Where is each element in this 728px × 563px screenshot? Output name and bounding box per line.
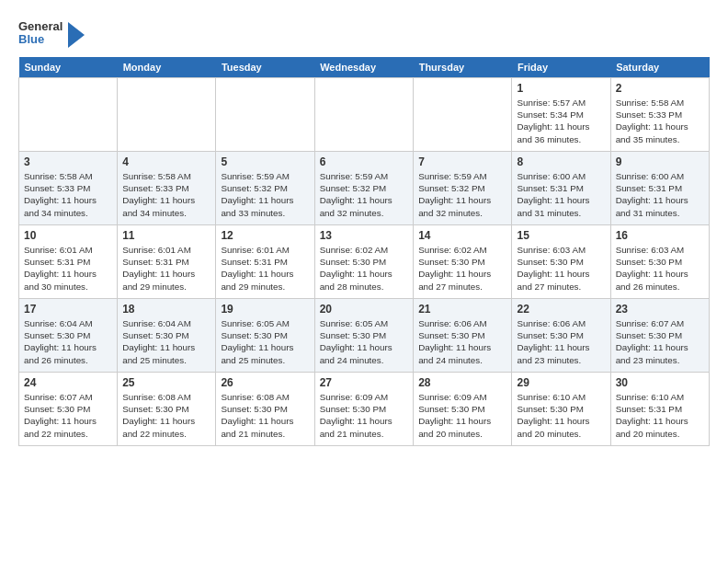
day-number: 5 (221, 155, 309, 168)
calendar-cell: 5Sunrise: 5:59 AM Sunset: 5:32 PM Daylig… (216, 152, 314, 225)
day-number: 15 (517, 229, 605, 242)
calendar-cell: 7Sunrise: 5:59 AM Sunset: 5:32 PM Daylig… (414, 152, 512, 225)
day-info: Sunrise: 6:01 AM Sunset: 5:31 PM Dayligh… (24, 244, 112, 293)
day-info: Sunrise: 6:09 AM Sunset: 5:30 PM Dayligh… (320, 391, 409, 440)
day-number: 23 (616, 303, 704, 316)
calendar-cell: 10Sunrise: 6:01 AM Sunset: 5:31 PM Dayli… (19, 225, 118, 299)
day-info: Sunrise: 6:05 AM Sunset: 5:30 PM Dayligh… (320, 317, 409, 366)
day-info: Sunrise: 6:03 AM Sunset: 5:30 PM Dayligh… (616, 244, 704, 293)
day-number: 20 (320, 303, 409, 316)
calendar-cell: 11Sunrise: 6:01 AM Sunset: 5:31 PM Dayli… (118, 225, 216, 299)
page-header: General Blue (18, 18, 710, 48)
day-info: Sunrise: 5:57 AM Sunset: 5:34 PM Dayligh… (517, 97, 605, 145)
calendar-header-friday: Friday (512, 57, 610, 78)
calendar-cell (19, 78, 118, 152)
calendar-header-saturday: Saturday (610, 57, 709, 78)
calendar-week-row: 10Sunrise: 6:01 AM Sunset: 5:31 PM Dayli… (19, 225, 710, 299)
day-number: 6 (320, 155, 409, 168)
day-number: 2 (616, 82, 704, 95)
day-number: 14 (418, 229, 506, 242)
day-number: 26 (221, 376, 309, 389)
day-number: 11 (122, 229, 210, 242)
calendar-cell: 17Sunrise: 6:04 AM Sunset: 5:30 PM Dayli… (19, 299, 118, 373)
calendar-header-sunday: Sunday (19, 57, 118, 78)
day-info: Sunrise: 5:58 AM Sunset: 5:33 PM Dayligh… (122, 170, 210, 219)
calendar-cell (216, 78, 314, 152)
calendar-cell: 14Sunrise: 6:02 AM Sunset: 5:30 PM Dayli… (414, 225, 512, 299)
day-number: 12 (221, 229, 309, 242)
day-number: 21 (418, 303, 506, 316)
calendar-cell: 6Sunrise: 5:59 AM Sunset: 5:32 PM Daylig… (314, 152, 414, 225)
day-number: 22 (517, 303, 605, 316)
logo-blue: Blue (18, 33, 63, 46)
calendar-table: SundayMondayTuesdayWednesdayThursdayFrid… (18, 57, 710, 446)
calendar-cell: 30Sunrise: 6:10 AM Sunset: 5:31 PM Dayli… (610, 373, 709, 446)
day-info: Sunrise: 6:08 AM Sunset: 5:30 PM Dayligh… (122, 391, 210, 440)
logo-general: General (18, 20, 63, 33)
calendar-week-row: 24Sunrise: 6:07 AM Sunset: 5:30 PM Dayli… (19, 373, 710, 446)
day-info: Sunrise: 5:59 AM Sunset: 5:32 PM Dayligh… (320, 170, 409, 219)
day-info: Sunrise: 6:02 AM Sunset: 5:30 PM Dayligh… (320, 244, 409, 293)
calendar-cell: 23Sunrise: 6:07 AM Sunset: 5:30 PM Dayli… (610, 299, 709, 373)
calendar-cell: 25Sunrise: 6:08 AM Sunset: 5:30 PM Dayli… (118, 373, 216, 446)
day-info: Sunrise: 6:08 AM Sunset: 5:30 PM Dayligh… (221, 391, 309, 440)
day-number: 18 (122, 303, 210, 316)
calendar-cell: 16Sunrise: 6:03 AM Sunset: 5:30 PM Dayli… (610, 225, 709, 299)
calendar-header-tuesday: Tuesday (216, 57, 314, 78)
day-info: Sunrise: 6:10 AM Sunset: 5:30 PM Dayligh… (517, 391, 605, 440)
calendar-cell: 18Sunrise: 6:04 AM Sunset: 5:30 PM Dayli… (118, 299, 216, 373)
day-number: 27 (320, 376, 409, 389)
calendar-cell: 12Sunrise: 6:01 AM Sunset: 5:31 PM Dayli… (216, 225, 314, 299)
day-number: 16 (616, 229, 704, 242)
day-number: 7 (418, 155, 506, 168)
calendar-cell: 9Sunrise: 6:00 AM Sunset: 5:31 PM Daylig… (610, 152, 709, 225)
day-info: Sunrise: 6:03 AM Sunset: 5:30 PM Dayligh… (517, 244, 605, 293)
calendar-cell: 3Sunrise: 5:58 AM Sunset: 5:33 PM Daylig… (19, 152, 118, 225)
calendar-cell: 27Sunrise: 6:09 AM Sunset: 5:30 PM Dayli… (314, 373, 414, 446)
day-info: Sunrise: 6:07 AM Sunset: 5:30 PM Dayligh… (616, 317, 704, 366)
day-info: Sunrise: 5:59 AM Sunset: 5:32 PM Dayligh… (221, 170, 309, 219)
calendar-cell: 15Sunrise: 6:03 AM Sunset: 5:30 PM Dayli… (512, 225, 610, 299)
calendar-cell: 8Sunrise: 6:00 AM Sunset: 5:31 PM Daylig… (512, 152, 610, 225)
calendar-header-monday: Monday (118, 57, 216, 78)
calendar-cell: 19Sunrise: 6:05 AM Sunset: 5:30 PM Dayli… (216, 299, 314, 373)
day-number: 3 (24, 155, 112, 168)
day-info: Sunrise: 6:10 AM Sunset: 5:31 PM Dayligh… (616, 391, 704, 440)
day-info: Sunrise: 6:02 AM Sunset: 5:30 PM Dayligh… (418, 244, 506, 293)
calendar-cell (414, 78, 512, 152)
day-info: Sunrise: 6:05 AM Sunset: 5:30 PM Dayligh… (221, 317, 309, 366)
day-info: Sunrise: 6:04 AM Sunset: 5:30 PM Dayligh… (122, 317, 210, 366)
day-info: Sunrise: 6:01 AM Sunset: 5:31 PM Dayligh… (221, 244, 309, 293)
calendar-cell: 28Sunrise: 6:09 AM Sunset: 5:30 PM Dayli… (414, 373, 512, 446)
calendar-header-thursday: Thursday (414, 57, 512, 78)
day-info: Sunrise: 6:01 AM Sunset: 5:31 PM Dayligh… (122, 244, 210, 293)
calendar-cell: 22Sunrise: 6:06 AM Sunset: 5:30 PM Dayli… (512, 299, 610, 373)
day-info: Sunrise: 6:06 AM Sunset: 5:30 PM Dayligh… (418, 317, 506, 366)
day-info: Sunrise: 6:00 AM Sunset: 5:31 PM Dayligh… (517, 170, 605, 219)
day-number: 19 (221, 303, 309, 316)
calendar-week-row: 3Sunrise: 5:58 AM Sunset: 5:33 PM Daylig… (19, 152, 710, 225)
calendar-cell: 4Sunrise: 5:58 AM Sunset: 5:33 PM Daylig… (118, 152, 216, 225)
logo: General Blue (18, 18, 85, 48)
day-info: Sunrise: 5:58 AM Sunset: 5:33 PM Dayligh… (616, 97, 704, 145)
calendar-cell (314, 78, 414, 152)
calendar-cell: 29Sunrise: 6:10 AM Sunset: 5:30 PM Dayli… (512, 373, 610, 446)
logo-text: General Blue (18, 20, 63, 47)
day-number: 17 (24, 303, 112, 316)
calendar-header-wednesday: Wednesday (314, 57, 414, 78)
calendar-header-row: SundayMondayTuesdayWednesdayThursdayFrid… (19, 57, 710, 78)
logo-arrow-icon (68, 22, 85, 48)
day-number: 1 (517, 82, 605, 95)
day-number: 28 (418, 376, 506, 389)
day-number: 8 (517, 155, 605, 168)
day-number: 29 (517, 376, 605, 389)
calendar-cell: 26Sunrise: 6:08 AM Sunset: 5:30 PM Dayli… (216, 373, 314, 446)
calendar-cell: 24Sunrise: 6:07 AM Sunset: 5:30 PM Dayli… (19, 373, 118, 446)
day-info: Sunrise: 6:06 AM Sunset: 5:30 PM Dayligh… (517, 317, 605, 366)
calendar-week-row: 17Sunrise: 6:04 AM Sunset: 5:30 PM Dayli… (19, 299, 710, 373)
day-number: 25 (122, 376, 210, 389)
day-number: 24 (24, 376, 112, 389)
calendar-cell: 20Sunrise: 6:05 AM Sunset: 5:30 PM Dayli… (314, 299, 414, 373)
day-info: Sunrise: 5:59 AM Sunset: 5:32 PM Dayligh… (418, 170, 506, 219)
calendar-cell: 1Sunrise: 5:57 AM Sunset: 5:34 PM Daylig… (512, 78, 610, 152)
